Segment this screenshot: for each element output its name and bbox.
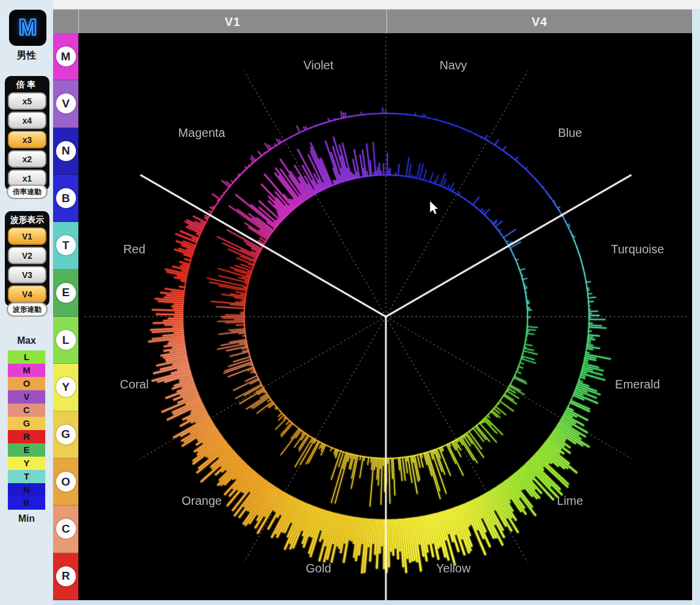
legend-band-O: O xyxy=(8,377,45,390)
legend-band-N: N xyxy=(8,483,45,496)
strip-item-M[interactable]: M xyxy=(53,33,78,80)
strip-letter-R: R xyxy=(56,566,76,586)
logo-m-icon: M xyxy=(19,15,37,40)
strip-letter-O: O xyxy=(56,472,76,492)
waveform-display-panel: 波形表示 V1V2V3V4 xyxy=(5,211,49,306)
note-letter-strip: MVNBTELYGOCR xyxy=(53,33,78,600)
legend-band-L: L xyxy=(8,350,45,364)
legend-band-V: V xyxy=(8,390,45,404)
circular-spectrum-canvas xyxy=(78,33,692,600)
app-logo-button[interactable]: M xyxy=(9,10,46,46)
legend-band-E: E xyxy=(8,443,45,457)
waveform-button-v1[interactable]: V1 xyxy=(8,227,46,245)
strip-item-G[interactable]: G xyxy=(53,411,78,458)
voice-type-label: 男性 xyxy=(0,49,53,62)
window-top-strip xyxy=(53,0,700,9)
magnification-button-x2[interactable]: x2 xyxy=(8,150,46,168)
legend-band-C: C xyxy=(8,404,45,417)
strip-letter-C: C xyxy=(56,519,76,539)
color-legend: LMOVCGREYTNB xyxy=(8,350,45,510)
legend-band-B: B xyxy=(8,496,45,510)
strip-letter-V: V xyxy=(56,93,76,113)
magnification-panel: 倍率 x5x4x3x2x1 xyxy=(5,76,49,191)
strip-item-Y[interactable]: Y xyxy=(53,364,78,411)
strip-letter-B: B xyxy=(56,188,76,208)
application-window: { "header": { "left": "V1", "right": "V4… xyxy=(0,0,700,605)
strip-item-V[interactable]: V xyxy=(53,80,78,127)
strip-item-L[interactable]: L xyxy=(53,317,78,364)
legend-band-M: M xyxy=(8,364,45,377)
magnification-link-button[interactable]: 倍率連動 xyxy=(7,185,48,199)
legend-max-label: Max xyxy=(0,335,53,346)
header-v4-label: V4 xyxy=(387,10,692,34)
strip-letter-T: T xyxy=(56,235,76,255)
sidebar: M 男性 倍率 x5x4x3x2x1 倍率連動 波形表示 V1V2V3V4 波形… xyxy=(0,0,53,605)
legend-band-G: G xyxy=(8,417,45,430)
strip-letter-N: N xyxy=(56,141,76,161)
strip-letter-L: L xyxy=(56,330,76,350)
header-v1-label: V1 xyxy=(79,10,387,34)
waveform-button-v4[interactable]: V4 xyxy=(8,285,46,303)
magnification-button-x4[interactable]: x4 xyxy=(8,112,46,129)
strip-letter-Y: Y xyxy=(56,377,76,397)
window-right-strip xyxy=(692,9,700,605)
waveform-link-button[interactable]: 波形連動 xyxy=(7,302,48,317)
strip-item-R[interactable]: R xyxy=(53,553,78,600)
legend-band-R: R xyxy=(8,430,45,443)
strip-item-O[interactable]: O xyxy=(53,458,78,505)
strip-item-C[interactable]: C xyxy=(53,505,78,553)
strip-letter-M: M xyxy=(56,46,76,66)
magnification-panel-title: 倍率 xyxy=(8,78,46,90)
strip-letter-G: G xyxy=(56,425,76,445)
magnification-button-x3[interactable]: x3 xyxy=(8,131,46,148)
strip-item-N[interactable]: N xyxy=(53,128,78,175)
window-bottom-strip xyxy=(53,600,692,605)
magnification-button-x5[interactable]: x5 xyxy=(8,92,46,110)
waveform-header-bar: V1 V4 xyxy=(53,9,692,34)
legend-min-label: Min xyxy=(0,513,53,524)
legend-band-Y: Y xyxy=(8,457,45,470)
strip-item-B[interactable]: B xyxy=(53,175,78,222)
waveform-button-v2[interactable]: V2 xyxy=(8,247,46,264)
strip-item-T[interactable]: T xyxy=(53,222,78,269)
spectrum-visualization-area xyxy=(78,33,692,600)
waveform-panel-title: 波形表示 xyxy=(8,214,46,226)
strip-letter-E: E xyxy=(56,283,76,303)
legend-band-T: T xyxy=(8,470,45,483)
strip-item-E[interactable]: E xyxy=(53,270,78,317)
waveform-button-v3[interactable]: V3 xyxy=(8,266,46,283)
header-corner-cell xyxy=(53,10,79,34)
